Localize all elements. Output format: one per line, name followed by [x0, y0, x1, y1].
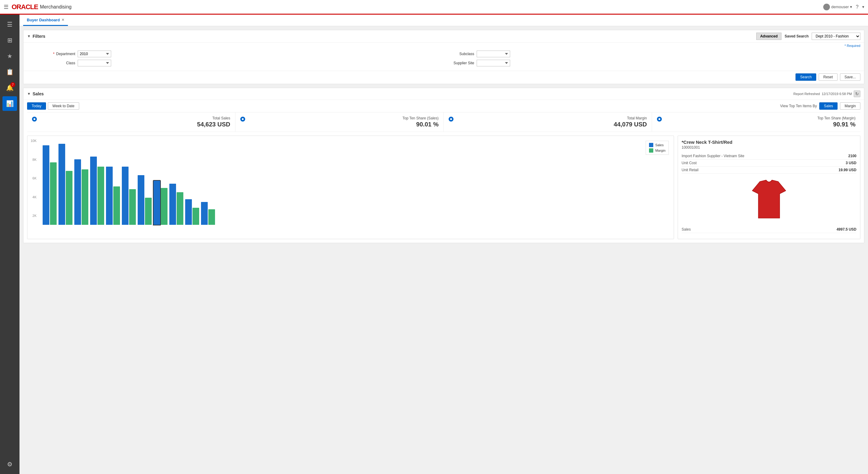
bar-group-3[interactable] — [90, 140, 104, 225]
bar-group-10[interactable] — [201, 140, 215, 225]
saved-search-select[interactable]: Dept 2010 - Fashion — [812, 33, 860, 40]
bar-sales-8[interactable] — [169, 184, 176, 225]
report-refresh: Report Refreshed 12/17/2019 6:58 PM ↻ — [794, 90, 860, 97]
sidebar-item-menu[interactable]: ☰ — [2, 17, 17, 32]
department-label: * Department — [48, 52, 75, 56]
subclass-select[interactable] — [477, 51, 510, 57]
filters-actions: Search Reset Save... — [24, 71, 864, 84]
sales-collapse-icon[interactable]: ▼ — [27, 92, 31, 96]
kpi-radio-top-ten-margin[interactable] — [657, 117, 662, 122]
filters-grid: * Department 2010 Subclass — [24, 48, 864, 69]
bar-margin-9[interactable] — [192, 208, 199, 225]
legend-margin: Margin — [649, 148, 665, 153]
sidebar-item-favorites[interactable]: ★ — [2, 49, 17, 63]
refresh-button[interactable]: ↻ — [854, 90, 860, 97]
page-content: ▼ Filters Advanced Saved Search Dept 201… — [20, 26, 868, 247]
oracle-logo: ORACLE Merchandising — [11, 3, 71, 11]
bar-group-2[interactable] — [74, 140, 88, 225]
sales-panel-header: ▼ Sales Report Refreshed 12/17/2019 6:58… — [24, 88, 864, 100]
tab-label: Buyer Dashboard — [27, 18, 60, 22]
nav-dropdown-icon[interactable]: ▾ — [862, 5, 864, 9]
bar-sales-7[interactable] — [154, 181, 160, 225]
help-icon[interactable]: ? — [856, 4, 859, 10]
menu-icon[interactable]: ☰ — [4, 4, 8, 10]
kpi-top-ten-share-sales-label: Top Ten Share (Sales) — [248, 116, 439, 120]
search-button[interactable]: Search — [796, 73, 816, 81]
kpi-total-margin: Total Margin 44,079 USD — [444, 112, 652, 131]
user-avatar — [823, 4, 830, 10]
bar-margin-6[interactable] — [145, 198, 152, 225]
collapse-icon[interactable]: ▼ — [27, 34, 31, 38]
filters-panel: ▼ Filters Advanced Saved Search Dept 201… — [23, 30, 864, 84]
bar-group-0[interactable] — [43, 140, 57, 225]
bar-group-8[interactable] — [169, 140, 183, 225]
kpi-radio-top-ten-sales[interactable] — [240, 117, 245, 122]
reset-button[interactable]: Reset — [819, 73, 837, 81]
sidebar-item-grid[interactable]: ⊞ — [2, 33, 17, 48]
product-image-wrap — [682, 174, 857, 226]
bar-sales-4[interactable] — [106, 167, 113, 225]
detail-supplier-row: Import Fashion Supplier - Vietnam Site 2… — [682, 153, 857, 159]
bar-margin-0[interactable] — [50, 162, 57, 225]
today-button[interactable]: Today — [27, 102, 46, 110]
week-to-date-button[interactable]: Week to Date — [48, 102, 79, 110]
subclass-label: Subclass — [447, 52, 474, 56]
kpi-total-margin-value: 44,079 USD — [457, 121, 647, 128]
bar-sales-0[interactable] — [43, 145, 49, 225]
notification-badge: 7 — [10, 82, 15, 87]
bar-margin-10[interactable] — [208, 209, 215, 225]
bar-group-7[interactable] — [154, 140, 167, 225]
bar-sales-9[interactable] — [185, 199, 192, 225]
top-ten-sales-button[interactable]: Sales — [819, 102, 838, 110]
bar-margin-1[interactable] — [66, 171, 72, 225]
advanced-button[interactable]: Advanced — [756, 33, 781, 40]
bar-margin-8[interactable] — [177, 192, 183, 225]
sales-title: Sales — [33, 91, 44, 96]
bar-sales-1[interactable] — [59, 144, 65, 225]
bar-margin-3[interactable] — [97, 167, 104, 225]
required-note: * Required — [24, 43, 864, 48]
bar-group-1[interactable] — [59, 140, 72, 225]
bar-group-5[interactable] — [122, 140, 136, 225]
class-select[interactable] — [78, 60, 111, 66]
bar-margin-5[interactable] — [129, 189, 136, 225]
bar-sales-3[interactable] — [90, 156, 97, 225]
bar-margin-2[interactable] — [82, 169, 88, 225]
bar-sales-5[interactable] — [122, 167, 128, 225]
sidebar-item-tasks[interactable]: 📋 — [2, 65, 17, 79]
username: demouser — [831, 5, 849, 9]
kpi-radio-margin[interactable] — [448, 117, 454, 122]
bar-sales-6[interactable] — [138, 175, 144, 225]
user-dropdown-icon: ▾ — [850, 5, 852, 9]
detail-item-code: 100001001 — [682, 145, 857, 150]
supplier-site-filter-row: Supplier Site — [447, 60, 840, 66]
bar-group-4[interactable] — [106, 140, 120, 225]
department-select[interactable]: 2010 — [78, 51, 111, 57]
date-buttons: Today Week to Date — [27, 102, 79, 110]
kpi-total-margin-label: Total Margin — [457, 116, 647, 120]
kpi-radio-sales[interactable] — [32, 117, 37, 122]
report-refreshed-date: 12/17/2019 6:58 PM — [822, 92, 852, 96]
tab-close-icon[interactable]: ✕ — [62, 18, 64, 22]
sales-controls: Today Week to Date View Top Ten Items By… — [24, 100, 864, 112]
chart-icon: 📊 — [6, 100, 14, 107]
bar-margin-7[interactable] — [161, 188, 167, 225]
kpi-total-sales-value: 54,623 USD — [40, 121, 230, 128]
chart-detail-row: 10K 8K 6K 4K 2K Sales — [24, 132, 864, 243]
top-ten-margin-button[interactable]: Margin — [840, 102, 860, 110]
class-label: Class — [48, 61, 75, 65]
bar-group-6[interactable] — [138, 140, 152, 225]
oracle-wordmark: ORACLE — [11, 3, 38, 11]
view-top-ten: View Top Ten Items By Sales Margin — [780, 102, 860, 110]
bar-sales-2[interactable] — [74, 159, 81, 225]
bar-margin-4[interactable] — [113, 186, 120, 225]
tab-buyer-dashboard[interactable]: Buyer Dashboard ✕ — [23, 14, 68, 26]
save-button[interactable]: Save... — [840, 73, 860, 81]
user-menu[interactable]: demouser ▾ — [823, 4, 852, 10]
supplier-site-select[interactable] — [477, 60, 510, 66]
bar-group-9[interactable] — [185, 140, 199, 225]
sidebar-item-notifications[interactable]: 🔔 7 — [2, 81, 17, 95]
sidebar-item-settings[interactable]: ⚙ — [2, 457, 17, 472]
bar-sales-10[interactable] — [201, 202, 208, 225]
sidebar-item-dashboard[interactable]: 📊 — [2, 96, 17, 111]
